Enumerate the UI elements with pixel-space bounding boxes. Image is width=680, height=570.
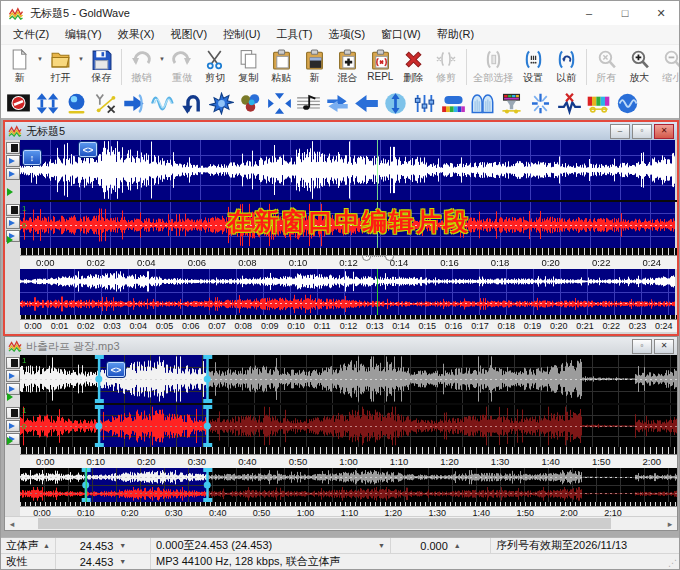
doc2-time-ruler[interactable]: 0:000:100:200:300:400:501:001:101:201:30…: [20, 447, 677, 468]
mechanize-effect-button[interactable]: [207, 90, 236, 116]
selection-start-badge[interactable]: <>: [106, 361, 126, 378]
toolbar-separator: [121, 49, 122, 85]
zoom-out-button[interactable]: 缩小: [656, 47, 679, 85]
menu-item[interactable]: 窗口(W): [373, 25, 429, 44]
doc2-overview-waveform[interactable]: [20, 468, 677, 502]
channel-view-button[interactable]: [6, 407, 20, 419]
new-dropdown-caret[interactable]: ▼: [37, 56, 43, 62]
filter-effect-button[interactable]: [439, 90, 468, 116]
doc1-overview-ruler[interactable]: 0:000:010:020:030:040:050:060:070:080:09…: [20, 315, 677, 332]
menu-item[interactable]: 编辑(Y): [57, 25, 110, 44]
reverse-effect-button[interactable]: [178, 90, 207, 116]
open-dropdown-caret[interactable]: ▼: [78, 56, 84, 62]
scroll-track[interactable]: [19, 517, 663, 530]
dynamics-effect-button[interactable]: [62, 90, 91, 116]
minimize-button[interactable]: –: [571, 1, 607, 25]
doc1-time-ruler[interactable]: 0:000:020:040:060:080:100:120:140:160:18…: [20, 248, 677, 269]
channel-select-button[interactable]: [6, 370, 20, 382]
doc2-restore-button[interactable]: ▫: [632, 339, 652, 354]
redo-button[interactable]: 重做: [166, 47, 199, 85]
delete-button[interactable]: 删除: [397, 47, 430, 85]
scroll-right-arrow[interactable]: ▸: [663, 517, 677, 530]
open-button[interactable]: 打开: [44, 47, 77, 85]
maximize-volume-button[interactable]: [381, 90, 410, 116]
menu-item[interactable]: 效果(X): [110, 25, 163, 44]
smoother-effect-button[interactable]: [584, 90, 613, 116]
selection-start-badge[interactable]: <>: [78, 141, 98, 158]
down-arrow-icon[interactable]: ▼: [119, 558, 126, 565]
menu-item[interactable]: 文件(Z): [5, 25, 57, 44]
doppler-effect-button[interactable]: [33, 90, 62, 116]
scroll-left-arrow[interactable]: ◂: [5, 517, 19, 530]
up-arrow-icon[interactable]: ▲: [454, 542, 461, 549]
pan-left-button[interactable]: [352, 90, 381, 116]
set-marker-button[interactable]: 设置: [517, 47, 550, 85]
channel-zoom-button[interactable]: [6, 168, 20, 180]
doc2-horizontal-scrollbar[interactable]: ◂ ▸: [5, 516, 677, 530]
previous-marker-icon: [556, 48, 577, 70]
flanger-effect-button[interactable]: [149, 90, 178, 116]
noise-reduction-button[interactable]: [613, 90, 642, 116]
previous-marker-button[interactable]: 以前: [550, 47, 583, 85]
resample-effect-button[interactable]: [265, 90, 294, 116]
cut-button[interactable]: 剪切: [199, 47, 232, 85]
pop-click-removal-button[interactable]: [526, 90, 555, 116]
channel-select-button[interactable]: [6, 217, 20, 229]
equalizer-button[interactable]: [410, 90, 439, 116]
paste-new-button[interactable]: 新: [298, 47, 331, 85]
save-button[interactable]: 保存: [85, 47, 118, 85]
pitch-effect-button[interactable]: [294, 90, 323, 116]
app-titlebar[interactable]: 无标题5 - GoldWave – □ ✕: [1, 1, 679, 25]
zoom-all-button[interactable]: 所有: [590, 47, 623, 85]
channel-view-button[interactable]: [6, 142, 20, 154]
up-arrow-icon[interactable]: ▲: [43, 542, 50, 549]
ruler-time-label: 0:10: [71, 456, 122, 467]
menu-item[interactable]: 控制(U): [215, 25, 268, 44]
replace-button[interactable]: REPL: [364, 47, 397, 82]
doc1-left-channel-waveform[interactable]: [20, 140, 675, 200]
move-selection-badge[interactable]: ↕: [22, 149, 42, 166]
expression-evaluator-button[interactable]: [91, 90, 120, 116]
mix-button[interactable]: 混合: [331, 47, 364, 85]
maximize-button[interactable]: □: [607, 1, 643, 25]
spectrum-filter-button[interactable]: [497, 90, 526, 116]
menu-item[interactable]: 视图(V): [162, 25, 215, 44]
doc2-close-button[interactable]: ✕: [654, 339, 674, 354]
select-all-button[interactable]: 全部选择: [470, 47, 517, 85]
menu-item[interactable]: 选项(S): [320, 25, 373, 44]
noise-gate-button[interactable]: [468, 90, 497, 116]
scroll-thumb[interactable]: [38, 518, 611, 529]
menu-item[interactable]: 工具(T): [268, 25, 320, 44]
doc2-titlebar[interactable]: 바츨라프 광장.mp3 ▫ ✕: [5, 337, 677, 355]
interpolate-effect-button[interactable]: [236, 90, 265, 116]
new-button[interactable]: 新: [3, 47, 36, 85]
doc1-titlebar[interactable]: 无标题5 ‒ ▫ ✕: [5, 122, 677, 140]
ruler-time-label: 0:22: [576, 257, 627, 268]
offset-effect-button[interactable]: [120, 90, 149, 116]
silence-reduction-button[interactable]: [555, 90, 584, 116]
doc1-overview-waveform[interactable]: [20, 269, 675, 315]
menu-item[interactable]: 帮助(R): [429, 25, 482, 44]
zoom-in-icon: [629, 48, 650, 70]
undo-dropdown-caret[interactable]: ▼: [159, 56, 165, 62]
status-position-cell: 0.000▲: [391, 538, 491, 553]
mute-effect-button[interactable]: [4, 90, 33, 116]
copy-button[interactable]: 复制: [232, 47, 265, 85]
exchange-channels-button[interactable]: [323, 90, 352, 116]
channel-view-button[interactable]: [6, 357, 20, 369]
close-button[interactable]: ✕: [643, 1, 679, 25]
doc2-right-channel-waveform[interactable]: [20, 405, 677, 447]
channel-view-button[interactable]: [6, 204, 20, 216]
undo-button[interactable]: 撤销: [125, 47, 158, 85]
channel-select-button[interactable]: [6, 155, 20, 167]
zoom-in-button[interactable]: 放大: [623, 47, 656, 85]
doc1-close-button[interactable]: ✕: [654, 124, 674, 139]
paste-button[interactable]: 粘贴: [265, 47, 298, 85]
down-arrow-icon[interactable]: ▼: [119, 542, 126, 549]
doc1-restore-button[interactable]: ▫: [632, 124, 652, 139]
doc1-minimize-button[interactable]: ‒: [610, 124, 630, 139]
channel-select-button[interactable]: [6, 420, 20, 432]
down-arrow-icon[interactable]: ▼: [378, 542, 385, 549]
resize-grip[interactable]: ⋰: [668, 558, 677, 568]
trim-button[interactable]: 修剪: [430, 47, 463, 85]
